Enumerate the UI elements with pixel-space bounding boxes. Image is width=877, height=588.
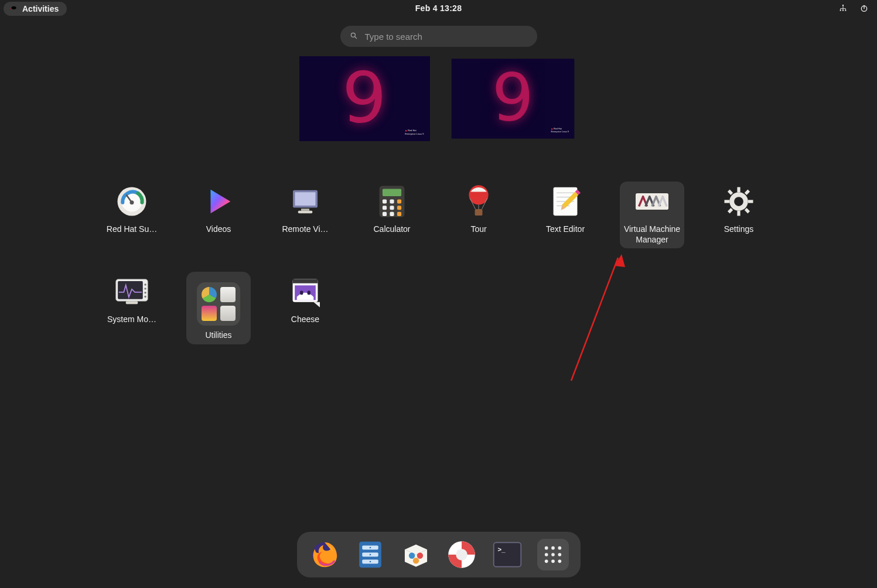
app-calculator[interactable]: Calculator <box>360 182 424 248</box>
app-folder-utilities[interactable]: Utilities <box>186 272 251 344</box>
svg-point-75 <box>551 553 555 556</box>
svg-rect-13 <box>298 211 313 213</box>
status-area[interactable] <box>838 4 869 15</box>
svg-rect-49 <box>126 301 138 304</box>
svg-point-47 <box>144 292 146 293</box>
svg-point-73 <box>558 546 561 550</box>
svg-rect-36 <box>725 200 730 203</box>
svg-rect-40 <box>745 190 750 195</box>
dock-show-apps[interactable] <box>537 539 569 570</box>
app-text-editor[interactable]: Text Editor <box>533 182 598 248</box>
svg-point-78 <box>551 560 555 563</box>
svg-rect-18 <box>397 199 401 203</box>
search-bar[interactable] <box>340 26 537 47</box>
app-label: Remote Vi… <box>282 224 328 235</box>
dock-help[interactable] <box>446 539 477 570</box>
svg-rect-15 <box>383 189 401 197</box>
svg-point-61 <box>369 547 371 549</box>
app-label: Calculator <box>373 224 410 235</box>
topbar: Activities Feb 4 13:28 <box>0 0 877 18</box>
wallpaper-brand: ● Red HatEnterprise Linux 9 <box>551 127 568 133</box>
dock-software[interactable] <box>400 539 432 570</box>
wallpaper-glyph: 9 <box>492 64 534 131</box>
svg-point-72 <box>551 546 555 550</box>
svg-rect-51 <box>293 279 318 283</box>
svg-point-48 <box>144 296 146 298</box>
app-redhat-subscription[interactable]: Red Hat Su… <box>100 182 164 248</box>
svg-rect-24 <box>397 212 401 216</box>
app-grid: Red Hat Su… Videos Remote Vi… Calculator… <box>100 182 777 344</box>
help-icon <box>446 539 477 570</box>
svg-rect-20 <box>390 206 394 210</box>
dock-files[interactable] <box>354 539 386 570</box>
svg-rect-37 <box>748 200 753 203</box>
svg-rect-16 <box>383 199 387 203</box>
app-label: Text Editor <box>546 224 585 235</box>
svg-point-76 <box>558 553 561 556</box>
svg-point-74 <box>544 553 548 556</box>
clock[interactable]: Feb 4 13:28 <box>415 4 462 13</box>
app-label: Tour <box>470 224 486 235</box>
workspace-thumbnail[interactable]: 9 ● Red HatEnterprise Linux 9 <box>451 59 574 138</box>
app-label: System Mo… <box>107 314 156 325</box>
firefox-icon <box>309 539 340 570</box>
app-settings[interactable]: Settings <box>707 182 771 248</box>
text-editor-icon <box>548 184 582 218</box>
app-cheese[interactable]: Cheese <box>273 272 337 344</box>
app-virt-manager[interactable]: Virtual Machine Manager <box>620 182 684 248</box>
svg-point-42 <box>734 197 743 206</box>
gauge-icon <box>115 184 149 218</box>
svg-rect-21 <box>397 206 401 210</box>
app-videos[interactable]: Videos <box>186 182 251 248</box>
redhat-fedora-icon <box>9 5 18 13</box>
workspace-switcher: 9 ● Red HatEnterprise Linux 9 9 ● Red Ha… <box>299 56 578 141</box>
svg-rect-11 <box>295 192 316 206</box>
wallpaper-brand: ● Red HatEnterprise Linux 9 <box>405 129 424 135</box>
activities-button[interactable]: Activities <box>4 2 67 16</box>
svg-rect-39 <box>745 208 750 213</box>
svg-rect-12 <box>301 208 309 211</box>
folder-preview <box>197 282 240 326</box>
show-apps-icon <box>543 545 563 565</box>
svg-rect-26 <box>475 209 483 216</box>
svg-rect-23 <box>390 212 394 216</box>
svg-point-46 <box>144 288 146 289</box>
app-label: Utilities <box>205 330 231 341</box>
app-label: Cheese <box>291 314 319 325</box>
svg-point-45 <box>144 283 146 285</box>
files-icon <box>356 539 384 570</box>
workspace-thumbnail[interactable]: 9 ● Red HatEnterprise Linux 9 <box>299 56 430 141</box>
search-input[interactable] <box>365 32 528 42</box>
play-icon <box>202 184 236 218</box>
cheese-icon <box>288 275 322 309</box>
power-icon[interactable] <box>859 4 869 15</box>
software-icon <box>401 540 431 569</box>
svg-point-6 <box>351 33 355 37</box>
svg-rect-2 <box>840 10 841 11</box>
wallpaper-glyph: 9 <box>342 62 387 132</box>
svg-point-63 <box>369 561 371 563</box>
svg-point-77 <box>544 560 548 563</box>
app-system-monitor[interactable]: System Mo… <box>100 272 164 344</box>
dash-dock: >_ <box>297 532 581 577</box>
calculator-icon <box>375 184 409 218</box>
svg-point-0 <box>12 6 16 9</box>
gear-icon <box>722 184 756 218</box>
svg-rect-54 <box>308 290 310 295</box>
svg-rect-4 <box>845 10 846 11</box>
app-label: Settings <box>724 224 754 235</box>
monitor-icon <box>288 184 322 218</box>
svg-point-68 <box>456 549 467 560</box>
svg-rect-3 <box>842 10 844 11</box>
dock-terminal[interactable]: >_ <box>492 539 523 570</box>
network-icon[interactable] <box>838 4 848 15</box>
dock-firefox[interactable] <box>309 539 340 570</box>
svg-point-66 <box>412 558 418 563</box>
app-remote-viewer[interactable]: Remote Vi… <box>273 182 337 248</box>
svg-rect-35 <box>737 211 740 216</box>
svg-rect-22 <box>383 212 387 216</box>
app-tour[interactable]: Tour <box>446 182 511 248</box>
search-icon <box>350 32 358 42</box>
svg-point-65 <box>417 553 422 559</box>
app-label: Videos <box>206 224 231 235</box>
